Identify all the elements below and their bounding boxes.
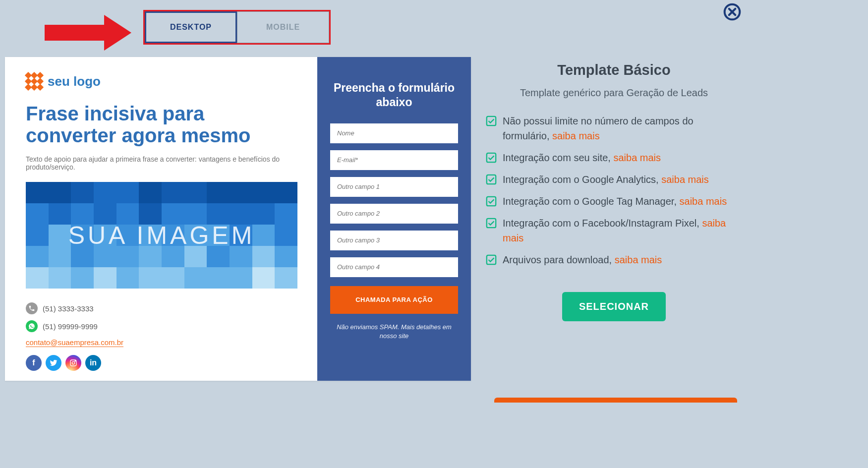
- view-tabs: DESKTOP MOBILE: [143, 10, 331, 45]
- email-link[interactable]: contato@suaempresa.com.br: [26, 338, 123, 347]
- check-icon: [486, 152, 497, 163]
- template-details: Template Básico Template genérico para G…: [486, 57, 742, 381]
- svg-rect-6: [487, 117, 496, 125]
- svg-rect-8: [487, 175, 496, 184]
- instagram-icon[interactable]: [65, 355, 81, 371]
- learn-more-link[interactable]: saiba mais: [613, 152, 661, 163]
- form-cta-button[interactable]: CHAMADA PARA AÇÃO: [330, 286, 458, 314]
- feature-item: Arquivos para download, saiba mais: [486, 252, 742, 267]
- check-icon: [486, 218, 497, 229]
- select-button[interactable]: SELECIONAR: [562, 292, 666, 321]
- phone-number: (51) 3333-3333: [43, 304, 94, 313]
- callout-arrow: [45, 15, 131, 51]
- twitter-icon[interactable]: [46, 355, 61, 371]
- form-extra3-input[interactable]: [330, 231, 458, 250]
- preview-logo: seu logo: [26, 73, 296, 90]
- svg-rect-10: [487, 219, 496, 228]
- feature-text: Integração com seu site,: [503, 152, 613, 163]
- phone-icon: [26, 302, 38, 314]
- form-title: Preencha o formulário abaixo: [330, 81, 458, 110]
- svg-rect-7: [487, 153, 496, 162]
- tab-desktop[interactable]: DESKTOP: [145, 11, 237, 43]
- svg-point-5: [75, 361, 75, 361]
- svg-rect-11: [487, 255, 496, 264]
- logo-icon: [26, 73, 43, 90]
- feature-text: Integração com o Google Analytics,: [503, 174, 661, 185]
- feature-item: Integração com seu site, saiba mais: [486, 150, 742, 165]
- learn-more-link[interactable]: saiba mais: [552, 130, 600, 141]
- form-extra1-input[interactable]: [330, 177, 458, 197]
- template-description: Template genérico para Geração de Leads: [486, 87, 742, 99]
- svg-rect-9: [487, 197, 496, 206]
- check-icon: [486, 116, 497, 126]
- facebook-icon[interactable]: f: [26, 355, 42, 371]
- bottom-accent-bar: [494, 398, 737, 403]
- preview-subtext: Texto de apoio para ajudar a primeira fr…: [26, 155, 289, 171]
- preview-headline: Frase incisiva para converter agora mesm…: [26, 103, 296, 146]
- learn-more-link[interactable]: saiba mais: [661, 174, 709, 185]
- template-title: Template Básico: [486, 62, 742, 78]
- form-name-input[interactable]: [330, 123, 458, 143]
- form-extra4-input[interactable]: [330, 257, 458, 277]
- feature-text: Arquivos para download,: [503, 254, 615, 265]
- form-spam-note: Não enviamos SPAM. Mais detalhes em noss…: [330, 323, 458, 341]
- template-preview: seu logo Frase incisiva para converter a…: [5, 57, 471, 381]
- check-icon: [486, 174, 497, 185]
- close-icon[interactable]: [723, 3, 741, 21]
- learn-more-link[interactable]: saiba mais: [615, 254, 662, 265]
- feature-text: Integração com o Facebook/Instagram Pixe…: [503, 218, 702, 229]
- form-extra2-input[interactable]: [330, 204, 458, 224]
- feature-text: Integração com o Google Tag Manager,: [503, 196, 680, 207]
- whatsapp-icon: [26, 320, 38, 332]
- whatsapp-number: (51) 99999-9999: [43, 322, 98, 331]
- feature-item: Integração com o Google Tag Manager, sai…: [486, 194, 742, 209]
- svg-point-4: [72, 361, 74, 364]
- feature-item: Integração com o Facebook/Instagram Pixe…: [486, 216, 742, 245]
- learn-more-link[interactable]: saiba mais: [680, 196, 727, 207]
- preview-image-placeholder: SUA IMAGEM: [26, 182, 297, 289]
- linkedin-icon[interactable]: in: [85, 355, 101, 371]
- feature-item: Integração com o Google Analytics, saiba…: [486, 172, 742, 187]
- check-icon: [486, 196, 497, 207]
- tab-mobile[interactable]: MOBILE: [237, 11, 329, 43]
- check-icon: [486, 254, 497, 265]
- form-email-input[interactable]: [330, 150, 458, 170]
- logo-text: seu logo: [48, 74, 101, 89]
- feature-item: Não possui limite no número de campos do…: [486, 114, 742, 143]
- image-placeholder-label: SUA IMAGEM: [26, 182, 297, 289]
